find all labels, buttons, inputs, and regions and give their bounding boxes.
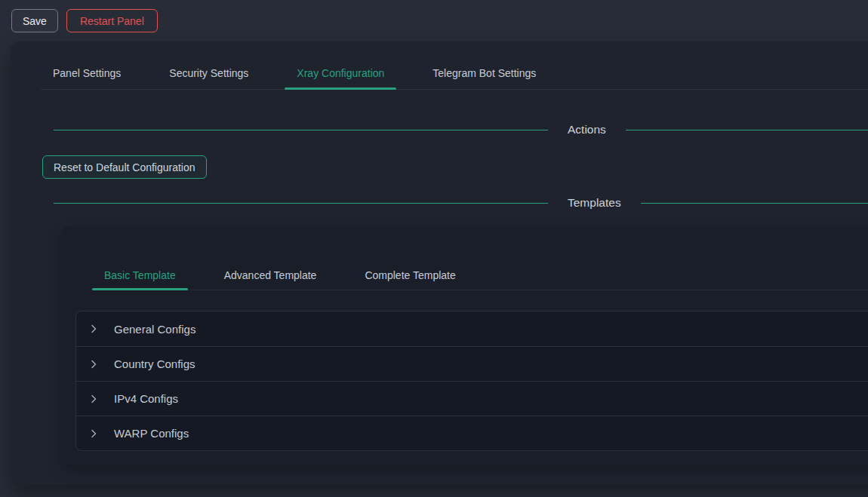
tab-telegram-bot-settings[interactable]: Telegram Bot Settings xyxy=(420,57,548,89)
chevron-right-icon xyxy=(89,429,98,438)
top-action-bar: Save Restart Panel xyxy=(0,0,868,41)
template-tabbar: Basic Template Advanced Template Complet… xyxy=(92,261,868,290)
accordion-row-ipv4-configs[interactable]: IPv4 Configs xyxy=(76,381,868,416)
tab-security-settings[interactable]: Security Settings xyxy=(157,57,260,89)
tab-xray-configuration[interactable]: Xray Configuration xyxy=(285,57,396,89)
template-config-accordion: General Configs Country Configs IPv4 Con… xyxy=(75,311,868,451)
divider-line xyxy=(626,130,868,130)
actions-divider: Actions xyxy=(42,118,868,141)
save-button[interactable]: Save xyxy=(11,9,58,32)
settings-card: Panel Settings Security Settings Xray Co… xyxy=(11,41,868,485)
tab-basic-template[interactable]: Basic Template xyxy=(92,261,188,290)
accordion-row-general-configs[interactable]: General Configs xyxy=(76,311,868,346)
reset-default-configuration-button[interactable]: Reset to Default Configuration xyxy=(42,155,207,179)
actions-section-title: Actions xyxy=(548,123,626,137)
xray-configuration-content: Actions Reset to Default Configuration T… xyxy=(11,118,868,465)
accordion-row-country-configs[interactable]: Country Configs xyxy=(76,346,868,381)
templates-card: Basic Template Advanced Template Complet… xyxy=(60,226,868,465)
templates-divider: Templates xyxy=(42,192,868,214)
chevron-right-icon xyxy=(89,394,98,403)
tab-complete-template[interactable]: Complete Template xyxy=(352,261,467,290)
chevron-right-icon xyxy=(89,324,98,333)
accordion-row-label: General Configs xyxy=(114,323,195,336)
chevron-right-icon xyxy=(89,360,98,369)
accordion-row-label: IPv4 Configs xyxy=(114,392,178,405)
accordion-row-label: Country Configs xyxy=(114,357,195,370)
settings-tabbar: Panel Settings Security Settings Xray Co… xyxy=(41,57,868,90)
restart-panel-button[interactable]: Restart Panel xyxy=(66,9,158,32)
divider-line xyxy=(54,130,548,130)
accordion-row-warp-configs[interactable]: WARP Configs xyxy=(76,416,868,450)
tab-panel-settings[interactable]: Panel Settings xyxy=(41,57,133,89)
divider-line xyxy=(54,203,548,204)
accordion-row-label: WARP Configs xyxy=(114,427,189,440)
tab-advanced-template[interactable]: Advanced Template xyxy=(212,261,329,290)
divider-line xyxy=(641,203,868,204)
templates-section-title: Templates xyxy=(548,196,641,210)
